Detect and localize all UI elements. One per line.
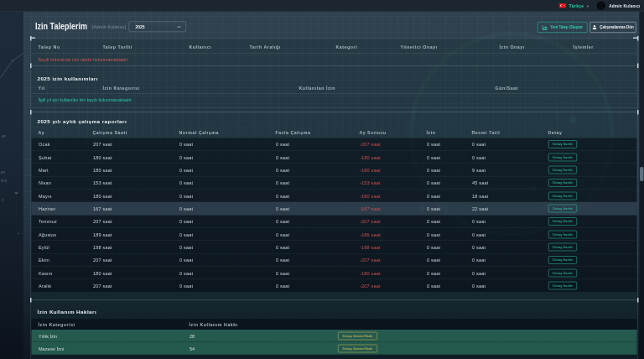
svg-text:tim): tim) bbox=[1, 179, 8, 183]
svg-text:n: n bbox=[2, 198, 4, 202]
svg-text:an: an bbox=[1, 170, 6, 174]
svg-text:an: an bbox=[2, 134, 7, 138]
